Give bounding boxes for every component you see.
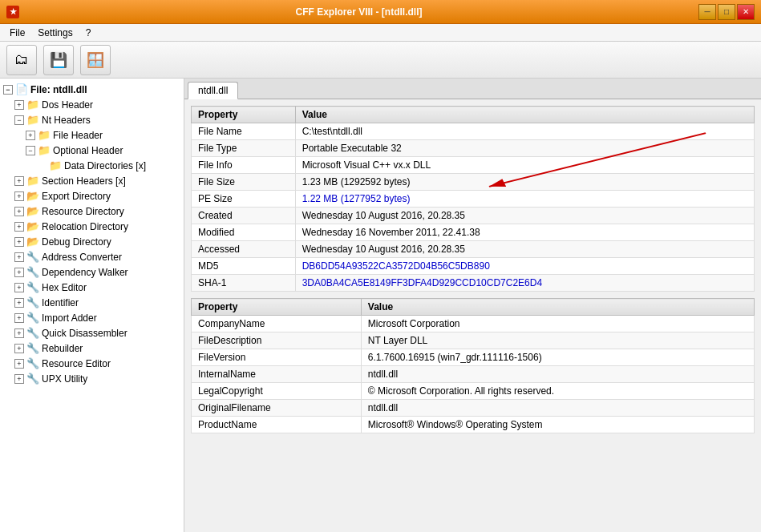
sidebar-item-12[interactable]: +🔧Dependency Walker [0,264,184,280]
content-area: ntdll.dll Property Value File NameC:\tes… [184,79,761,532]
val-cell: Wednesday 10 August 2016, 20.28.35 [295,241,754,258]
table-row[interactable]: CreatedWednesday 10 August 2016, 20.28.3… [192,208,755,224]
table-row[interactable]: MD5DB6DD54A93522CA3572D04B56C5DB890 [192,258,755,275]
sidebar-label-2: Nt Headers [42,115,91,126]
menu-help[interactable]: ? [79,26,98,40]
menu-file[interactable]: File [3,26,31,40]
table-row[interactable]: CompanyNameMicrosoft Corporation [192,316,755,332]
sidebar-item-11[interactable]: +🔧Address Converter [0,249,184,264]
val-cell: Portable Executable 32 [295,140,754,157]
sidebar-label-14: Identifier [42,297,79,308]
sidebar-label-8: Resource Directory [42,206,124,217]
sidebar-item-0[interactable]: −📄File: ntdll.dll [0,82,184,97]
sidebar-tree: −📄File: ntdll.dll+📁Dos Header−📁Nt Header… [0,79,184,532]
table-row[interactable]: FileDescriptionNT Layer DLL [192,332,755,349]
tab-ntdll[interactable]: ntdll.dll [188,82,238,99]
val-cell: 3DA0BA4CA5E8149FF3DFA4D929CCD10CD7C2E6D4 [295,275,754,292]
sidebar-item-8[interactable]: +📂Resource Directory [0,204,184,219]
val-cell: NT Layer DLL [361,332,754,349]
table-row[interactable]: File NameC:\test\ntdll.dll [192,123,755,140]
prop-cell: File Type [192,140,296,157]
sidebar-item-19[interactable]: +🔧UPX Utility [0,371,184,386]
sidebar-label-6: Section Headers [x] [42,175,126,187]
table-row[interactable]: InternalNamentdll.dll [192,366,755,383]
sidebar-item-7[interactable]: +📂Export Directory [0,188,184,204]
prop-cell: ProductName [192,417,362,433]
sidebar-item-13[interactable]: +🔧Hex Editor [0,280,184,295]
table-row[interactable]: LegalCopyright© Microsoft Corporation. A… [192,383,755,400]
sidebar-label-16: Quick Disassembler [42,328,128,339]
prop-cell: SHA-1 [192,275,296,292]
val-cell: Microsoft® Windows® Operating System [361,417,754,433]
table-row[interactable]: ModifiedWednesday 16 November 2011, 22.4… [192,224,755,241]
sidebar-label-5: Data Directories [x] [64,160,146,171]
sidebar-item-17[interactable]: +🔧Rebuilder [0,341,184,356]
prop-cell: FileDescription [192,332,362,349]
close-button[interactable]: ✕ [737,4,755,20]
prop-cell: Accessed [192,241,296,258]
sidebar-label-4: Optional Header [53,145,123,156]
prop-cell: PE Size [192,191,296,208]
sidebar-label-3: File Header [53,130,103,141]
table-row[interactable]: AccessedWednesday 10 August 2016, 20.28.… [192,241,755,258]
sidebar-item-9[interactable]: +📂Relocation Directory [0,219,184,234]
toolbar-open-button[interactable]: 🗂 [6,45,37,75]
val-cell: ntdll.dll [361,400,754,417]
sidebar-label-11: Address Converter [42,252,122,263]
toolbar-window-button[interactable]: 🪟 [80,45,111,75]
val-cell: Microsoft Visual C++ vx.x DLL [295,157,754,174]
prop-cell: InternalName [192,366,362,383]
table-row[interactable]: File TypePortable Executable 32 [192,140,755,157]
col-value-1: Value [295,107,754,123]
toolbar-save-button[interactable]: 💾 [43,45,74,75]
prop-cell: Created [192,208,296,224]
table-row[interactable]: ProductNameMicrosoft® Windows® Operating… [192,417,755,433]
prop-cell: Modified [192,224,296,241]
val-cell: © Microsoft Corporation. All rights rese… [361,383,754,400]
menu-settings[interactable]: Settings [31,26,79,40]
maximize-button[interactable]: □ [718,4,735,20]
col-property-2: Property [192,299,362,316]
menu-bar: File Settings ? [0,24,761,42]
table-row[interactable]: FileVersion6.1.7600.16915 (win7_gdr.1111… [192,349,755,366]
val-cell: ntdll.dll [361,366,754,383]
window-title: CFF Explorer VIII - [ntdll.dll] [19,6,698,18]
table-row[interactable]: OriginalFilenamentdll.dll [192,400,755,417]
table-row[interactable]: File Size1.23 MB (1292592 bytes) [192,174,755,191]
sidebar-item-4[interactable]: −📁Optional Header [0,143,184,158]
sidebar-item-15[interactable]: +🔧Import Adder [0,310,184,325]
sidebar-item-5[interactable]: 📁Data Directories [x] [0,158,184,173]
sidebar-label-1: Dos Header [42,99,93,111]
title-bar: ★ CFF Explorer VIII - [ntdll.dll] ─ □ ✕ [0,0,761,24]
prop-cell: File Info [192,157,296,174]
val-cell: 6.1.7600.16915 (win7_gdr.111116-1506) [361,349,754,366]
sidebar-label-12: Dependency Walker [42,267,128,278]
table-row[interactable]: PE Size1.22 MB (1277952 bytes) [192,191,755,208]
val-cell: 1.22 MB (1277952 bytes) [295,191,754,208]
tab-bar: ntdll.dll [184,79,761,99]
sidebar-item-16[interactable]: +🔧Quick Disassembler [0,325,184,341]
table-row[interactable]: File InfoMicrosoft Visual C++ vx.x DLL [192,157,755,174]
sidebar-item-14[interactable]: +🔧Identifier [0,295,184,310]
sidebar-item-18[interactable]: +🔧Resource Editor [0,356,184,371]
sidebar-item-2[interactable]: −📁Nt Headers [0,112,184,127]
val-cell: 1.23 MB (1292592 bytes) [295,174,754,191]
table-row[interactable]: SHA-13DA0BA4CA5E8149FF3DFA4D929CCD10CD7C… [192,275,755,292]
sidebar-item-1[interactable]: +📁Dos Header [0,97,184,112]
tables-container: Property Value File NameC:\test\ntdll.dl… [184,99,761,532]
prop-cell: OriginalFilename [192,400,362,417]
col-property-1: Property [192,107,296,123]
window-controls: ─ □ ✕ [698,4,755,20]
sidebar-label-17: Rebuilder [42,343,83,354]
sidebar-label-13: Hex Editor [42,282,87,293]
val-cell: C:\test\ntdll.dll [295,123,754,140]
sidebar-label-0: File: ntdll.dll [30,84,87,95]
sidebar-label-15: Import Adder [42,312,97,324]
prop-cell: File Name [192,123,296,140]
prop-cell: CompanyName [192,316,362,332]
sidebar-item-3[interactable]: +📁File Header [0,127,184,143]
file-info-table: Property Value File NameC:\test\ntdll.dl… [191,106,755,292]
sidebar-item-6[interactable]: +📁Section Headers [x] [0,173,184,188]
sidebar-item-10[interactable]: +📂Debug Directory [0,234,184,249]
minimize-button[interactable]: ─ [698,4,716,20]
